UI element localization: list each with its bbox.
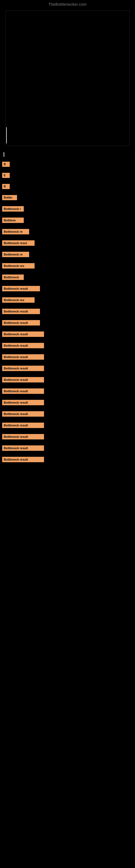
bottleneck-result-badge-9[interactable]: Bottleneck re (2, 252, 29, 257)
result-row: Bottleneck result (2, 422, 133, 430)
result-row: B (2, 161, 133, 168)
result-row: Bottleneck result (2, 433, 133, 441)
bottleneck-result-badge-10[interactable]: Bottleneck res (2, 263, 35, 269)
bottleneck-result-badge-8[interactable]: Bottleneck resul (2, 240, 35, 246)
result-row: Bottleneck result (2, 354, 133, 361)
bottleneck-result-badge-24[interactable]: Bottleneck result (2, 423, 44, 428)
results-list: BEBBottlerBottleneck rBottleneBottleneck… (2, 161, 133, 464)
result-row: Bottleneck res (2, 297, 133, 304)
bottleneck-result-badge-13[interactable]: Bottleneck res (2, 297, 35, 303)
result-row: Bottleneck (2, 274, 133, 282)
bottleneck-result-badge-3[interactable]: B (2, 184, 10, 189)
bottleneck-result-badge-14[interactable]: Bottleneck result (2, 309, 40, 314)
bottleneck-result-badge-15[interactable]: Bottleneck result (2, 320, 40, 326)
bottleneck-result-badge-4[interactable]: Bottler (2, 195, 17, 200)
result-row: Bottleneck result (2, 342, 133, 350)
bottleneck-result-badge-20[interactable]: Bottleneck result (2, 377, 44, 382)
result-row: Bottleneck resul (2, 240, 133, 247)
result-row: Bottleneck result (2, 411, 133, 418)
main-chart-area (5, 10, 130, 146)
result-row: Bottleneck result (2, 456, 133, 464)
bottleneck-result-badge-18[interactable]: Bottleneck result (2, 354, 44, 360)
result-row: Bottleneck result (2, 285, 133, 293)
result-row: B (2, 183, 133, 191)
result-row: Bottleneck result (2, 388, 133, 396)
results-section: | BEBBottlerBottleneck rBottleneBottlene… (0, 149, 135, 470)
result-row: Bottleneck result (2, 331, 133, 339)
bottleneck-result-badge-1[interactable]: B (2, 162, 10, 167)
bottleneck-result-badge-17[interactable]: Bottleneck result (2, 343, 44, 348)
bottleneck-result-badge-19[interactable]: Bottleneck result (2, 366, 44, 371)
bottleneck-result-badge-6[interactable]: Bottlene (2, 218, 24, 223)
bottleneck-result-badge-25[interactable]: Bottleneck result (2, 434, 44, 439)
result-row: Bottleneck re (2, 251, 133, 259)
bottleneck-result-badge-23[interactable]: Bottleneck result (2, 411, 44, 416)
bottleneck-result-badge-21[interactable]: Bottleneck result (2, 389, 44, 394)
bottleneck-result-badge-16[interactable]: Bottleneck result (2, 332, 44, 337)
result-row: E (2, 172, 133, 180)
cursor-line (6, 127, 7, 144)
result-row: Bottleneck r (2, 206, 133, 213)
bottleneck-result-badge-26[interactable]: Bottleneck result (2, 445, 44, 451)
bottleneck-result-badge-11[interactable]: Bottleneck (2, 275, 24, 280)
section-label: | (2, 151, 133, 157)
result-row: Bottleneck result (2, 308, 133, 316)
bottleneck-result-badge-7[interactable]: Bottleneck re (2, 229, 29, 235)
site-title: TheBottlenecker.com (0, 0, 135, 8)
result-row: Bottleneck result (2, 445, 133, 453)
result-row: Bottleneck result (2, 399, 133, 407)
bottleneck-result-badge-12[interactable]: Bottleneck result (2, 286, 40, 291)
result-row: Bottleneck result (2, 319, 133, 327)
result-row: Bottleneck result (2, 376, 133, 384)
result-row: Bottler (2, 194, 133, 202)
result-row: Bottleneck re (2, 228, 133, 236)
bottleneck-result-badge-22[interactable]: Bottleneck result (2, 400, 44, 405)
result-row: Bottlene (2, 217, 133, 225)
result-row: Bottleneck result (2, 365, 133, 373)
bottleneck-result-badge-2[interactable]: E (2, 173, 10, 178)
bottleneck-result-badge-27[interactable]: Bottleneck result (2, 457, 44, 462)
result-row: Bottleneck res (2, 262, 133, 270)
bottleneck-result-badge-5[interactable]: Bottleneck r (2, 206, 24, 212)
